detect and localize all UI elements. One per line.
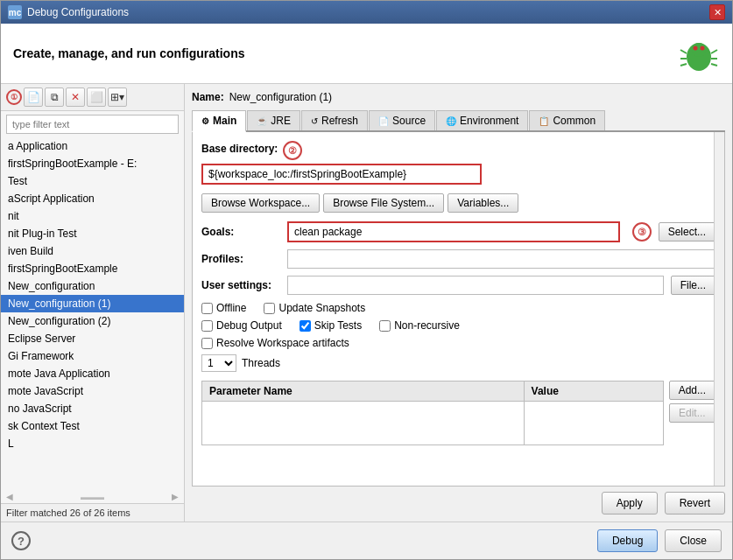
list-item[interactable]: L [1, 435, 184, 452]
footer-right: Debug Close [597, 529, 722, 552]
help-button[interactable]: ? [11, 531, 31, 550]
offline-checkbox[interactable] [201, 303, 213, 314]
list-item[interactable]: Eclipse Server [1, 330, 184, 347]
tab-common-label: Common [553, 115, 596, 127]
filter-input[interactable] [6, 115, 179, 134]
config-list: a Application firstSpringBootExample - E… [1, 137, 184, 490]
list-item[interactable]: firstSpringBootExample - E: [1, 155, 184, 172]
tab-main[interactable]: ⚙ Main [192, 110, 246, 132]
tab-source[interactable]: 📄 Source [369, 110, 435, 130]
bug-icon [678, 32, 720, 74]
variables-button[interactable]: Variables... [448, 193, 518, 213]
apply-button[interactable]: Apply [602, 492, 658, 514]
refresh-tab-icon: ↺ [311, 116, 318, 126]
profiles-row: Profiles: [201, 249, 715, 269]
list-item[interactable]: nit Plug-in Test [1, 225, 184, 242]
list-item[interactable]: Test [1, 172, 184, 190]
list-item[interactable]: mote JavaScript [1, 382, 184, 400]
base-dir-section: Base directory: ② ${workspace_loc:/first… [201, 141, 715, 451]
threads-label: Threads [242, 357, 280, 369]
profiles-label: Profiles: [201, 253, 280, 265]
tab-common[interactable]: 📋 Common [529, 110, 605, 130]
list-item[interactable]: nit [1, 207, 184, 225]
title-bar-left: mc Debug Configurations [8, 5, 129, 19]
name-row: Name: New_configuration (1) [192, 91, 725, 103]
base-dir-value: ${workspace_loc:/firstSpringBootExample} [201, 164, 482, 185]
tab-refresh-label: Refresh [321, 115, 358, 127]
svg-point-3 [701, 46, 705, 51]
close-button[interactable]: Close [665, 529, 722, 552]
name-label: Name: [192, 91, 224, 103]
footer-left: ? [11, 531, 31, 550]
svg-line-7 [711, 50, 717, 53]
select-button[interactable]: Select... [659, 222, 715, 242]
tab-jre[interactable]: ☕ JRE [247, 110, 300, 130]
tab-refresh[interactable]: ↺ Refresh [301, 110, 368, 130]
param-value-cell [524, 402, 663, 445]
dialog-body: ① 📄 ⧉ ✕ ⬜ ⊞▾ a Application firstSpringBo… [1, 84, 732, 522]
skip-tests-checkbox-item: Skip Tests [300, 319, 362, 332]
dialog-header: Create, manage, and run configurations [1, 24, 732, 84]
goals-row: Goals: ③ Select... [201, 221, 715, 242]
filter-button[interactable]: ⊞▾ [108, 88, 127, 107]
list-item[interactable]: aScript Application [1, 190, 184, 207]
param-name-col-header: Parameter Name [202, 382, 525, 402]
collapse-button[interactable]: ⬜ [87, 88, 106, 107]
apply-revert-row: Apply Revert [192, 486, 725, 514]
main-tab-icon: ⚙ [201, 116, 209, 126]
title-bar: mc Debug Configurations ✕ [1, 1, 732, 24]
table-row [202, 402, 664, 445]
param-name-cell [202, 402, 525, 445]
debug-button[interactable]: Debug [597, 529, 658, 552]
revert-button[interactable]: Revert [665, 492, 725, 514]
window-close-button[interactable]: ✕ [709, 4, 725, 20]
non-recursive-checkbox[interactable] [379, 320, 391, 332]
delete-config-button[interactable]: ✕ [66, 88, 85, 107]
list-item[interactable]: no JavaScript [1, 400, 184, 417]
scroll-indicator: ◀ ▬▬▬ ▶ [1, 490, 184, 503]
debug-output-checkbox[interactable] [201, 320, 213, 332]
offline-checkbox-item: Offline [201, 302, 246, 314]
update-snapshots-checkbox[interactable] [264, 303, 275, 314]
dialog-title: Create, manage, and run configurations [13, 46, 245, 60]
browse-file-system-button[interactable]: Browse File System... [323, 193, 444, 213]
browse-workspace-button[interactable]: Browse Workspace... [201, 193, 320, 213]
list-item[interactable]: New_configuration [1, 277, 184, 295]
environment-tab-icon: 🌐 [446, 116, 456, 126]
param-value-col-header: Value [524, 382, 663, 402]
list-item[interactable]: mote Java Application [1, 365, 184, 382]
list-item[interactable]: iven Build [1, 242, 184, 260]
list-item[interactable]: New_configuration (2) [1, 312, 184, 330]
file-button[interactable]: File... [671, 276, 715, 295]
threads-select[interactable]: 1 2 4 [201, 354, 236, 372]
list-item[interactable]: a Application [1, 137, 184, 155]
title-bar-text: Debug Configurations [27, 6, 129, 18]
list-item[interactable]: firstSpringBootExample [1, 260, 184, 277]
duplicate-config-button[interactable]: ⧉ [45, 88, 64, 107]
annotation-circle-1: ① [6, 89, 22, 105]
goals-input[interactable] [287, 221, 620, 242]
list-item[interactable]: Gi Framework [1, 347, 184, 365]
list-item[interactable]: sk Context Test [1, 417, 184, 435]
scrollbar[interactable] [714, 132, 724, 486]
profiles-input[interactable] [287, 249, 715, 269]
resolve-workspace-label: Resolve Workspace artifacts [216, 337, 349, 349]
user-settings-label: User settings: [201, 279, 280, 291]
user-settings-input[interactable] [287, 276, 664, 295]
add-button[interactable]: Add... [669, 381, 715, 400]
non-recursive-checkbox-item: Non-recursive [379, 319, 460, 332]
tab-environment[interactable]: 🌐 Environment [436, 110, 528, 130]
user-settings-row: User settings: File... [201, 276, 715, 295]
filter-status: Filter matched 26 of 26 items [1, 503, 184, 522]
right-panel: Name: New_configuration (1) ⚙ Main ☕ JRE… [185, 84, 732, 522]
browse-row: Browse Workspace... Browse File System..… [201, 193, 715, 213]
svg-line-4 [680, 50, 687, 53]
resolve-workspace-checkbox[interactable] [201, 338, 213, 349]
param-table-section: Parameter Name Value [201, 381, 715, 451]
skip-tests-checkbox[interactable] [300, 320, 311, 332]
new-config-button[interactable]: 📄 [24, 88, 43, 107]
edit-button[interactable]: Edit... [669, 403, 715, 423]
threads-row: 1 2 4 Threads [201, 354, 715, 372]
base-dir-label: Base directory: [201, 143, 278, 155]
list-item-selected[interactable]: New_configuration (1) [1, 295, 184, 312]
